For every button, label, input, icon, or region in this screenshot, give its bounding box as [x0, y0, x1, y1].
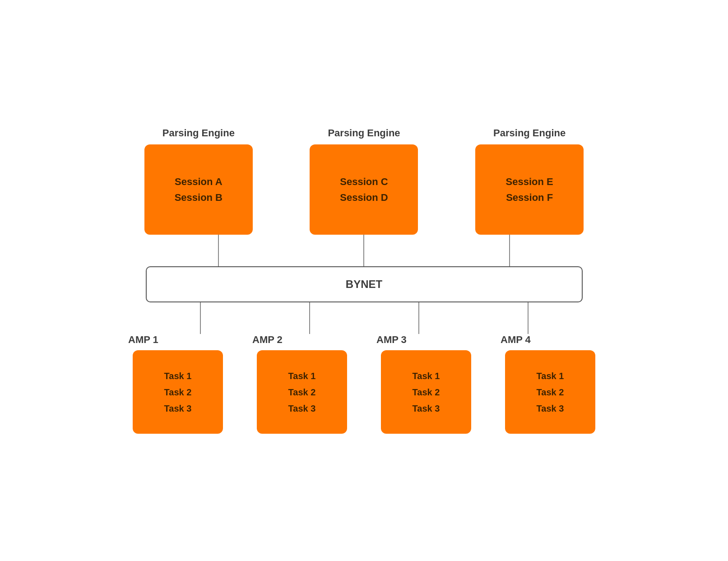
amp-1-label: AMP 1 — [128, 334, 158, 346]
amp-4-label: AMP 4 — [501, 334, 531, 346]
amp-4-task-2: Task 2 — [537, 384, 564, 400]
amp-2-task-box: Task 1 Task 2 Task 3 — [257, 350, 347, 434]
top-connector-2 — [363, 235, 364, 266]
bynet-label: BYNET — [346, 278, 382, 291]
bottom-connector-3 — [418, 302, 419, 334]
amp-2-task-1: Task 1 — [288, 368, 316, 384]
parsing-engine-3: Parsing Engine Session E Session F — [466, 127, 593, 235]
amp-1-task-1: Task 1 — [164, 368, 192, 384]
amp-1-task-3: Task 3 — [164, 400, 192, 417]
bottom-connector-2 — [309, 302, 310, 334]
amp-2-task-2: Task 2 — [288, 384, 316, 400]
session-c-label: Session C — [340, 174, 388, 190]
amp-4-task-box: Task 1 Task 2 Task 3 — [505, 350, 595, 434]
parsing-engine-1-label: Parsing Engine — [162, 127, 235, 139]
session-d-label: Session D — [340, 190, 388, 205]
amp-3-col: AMP 3 Task 1 Task 2 Task 3 — [372, 334, 480, 434]
session-e-label: Session E — [506, 174, 553, 190]
bynet-box: BYNET — [146, 266, 583, 302]
amp-4-task-3: Task 3 — [537, 400, 564, 417]
bottom-connector-stubs — [146, 302, 583, 334]
amp-3-label: AMP 3 — [376, 334, 407, 346]
bottom-connector-4 — [528, 302, 529, 334]
session-box-2: Session C Session D — [310, 144, 418, 235]
amp-2-task-3: Task 3 — [288, 400, 316, 417]
session-box-3: Session E Session F — [475, 144, 584, 235]
bottom-connector-1 — [200, 302, 201, 334]
amps-row: AMP 1 Task 1 Task 2 Task 3 AMP 2 Task 1 … — [116, 334, 612, 434]
amp-1-task-box: Task 1 Task 2 Task 3 — [133, 350, 223, 434]
parsing-engine-2: Parsing Engine Session C Session D — [301, 127, 427, 235]
amp-3-task-box: Task 1 Task 2 Task 3 — [381, 350, 471, 434]
amp-2-col: AMP 2 Task 1 Task 2 Task 3 — [248, 334, 356, 434]
amp-2-label: AMP 2 — [252, 334, 283, 346]
parsing-engines-row: Parsing Engine Session A Session B Parsi… — [116, 127, 612, 235]
session-f-label: Session F — [506, 190, 553, 205]
parsing-engine-3-label: Parsing Engine — [493, 127, 566, 139]
session-box-1: Session A Session B — [144, 144, 253, 235]
parsing-engine-2-label: Parsing Engine — [328, 127, 400, 139]
amp-4-col: AMP 4 Task 1 Task 2 Task 3 — [496, 334, 604, 434]
top-connector-1 — [218, 235, 219, 266]
top-connector-stubs — [146, 235, 583, 266]
amp-3-task-2: Task 2 — [413, 384, 440, 400]
architecture-diagram: Parsing Engine Session A Session B Parsi… — [116, 127, 612, 434]
top-connector-3 — [509, 235, 510, 266]
amp-3-task-1: Task 1 — [413, 368, 440, 384]
amp-1-task-2: Task 2 — [164, 384, 192, 400]
amp-3-task-3: Task 3 — [413, 400, 440, 417]
session-b-label: Session B — [175, 190, 223, 205]
amp-1-col: AMP 1 Task 1 Task 2 Task 3 — [124, 334, 232, 434]
amp-4-task-1: Task 1 — [537, 368, 564, 384]
parsing-engine-1: Parsing Engine Session A Session B — [135, 127, 262, 235]
session-a-label: Session A — [175, 174, 223, 190]
bynet-section: BYNET — [116, 266, 612, 302]
